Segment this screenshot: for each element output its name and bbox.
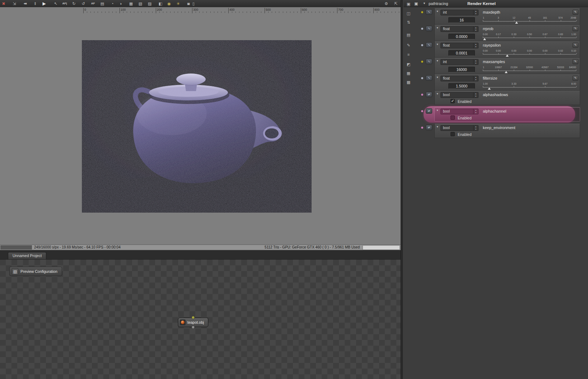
param-icon-button[interactable]: ∿ [426,26,432,31]
copy-image-icon[interactable]: ◫ [405,10,412,16]
param-icon-button[interactable]: ⇄ [426,125,432,130]
autofocus-lock-icon[interactable]: AF [91,0,95,7]
param-type-select[interactable]: float ▲▼ [440,43,479,48]
param-icon-button[interactable]: ⇄ [426,92,432,97]
param-slider[interactable]: 1.00 3.33 5.67 8.00 [483,82,576,90]
stop-render-icon[interactable]: ✖ [2,0,5,7]
orbit-camera-icon[interactable]: ◔ [111,0,114,7]
param-row-filtersize[interactable]: ∿ ▼ float ▲▼ filtersize ✎ 1.5000 1.00 3.… [419,74,582,91]
collapse-toggle-icon[interactable]: ▼ [436,43,439,46]
markers-icon[interactable]: ✳ [176,0,179,7]
slider-marker[interactable] [505,71,508,73]
param-type-spinner[interactable]: ▲▼ [473,76,478,81]
lock-resolution-icon[interactable]: ◙ [187,0,190,7]
reset-view-icon[interactable]: ⇲ [13,0,16,7]
curve-editor-button[interactable]: ✎ [573,10,578,15]
copy-frame-icon[interactable]: ▯ [192,0,195,7]
subsample-icon[interactable]: ◉ [167,0,171,7]
tab-unnamed-project[interactable]: Unnamed Project [8,252,46,259]
checker-alpha-icon[interactable]: ▦ [129,0,133,7]
param-checkbox[interactable] [451,132,455,136]
refresh-render-icon[interactable]: ↻ [72,0,75,7]
param-type-spinner[interactable]: ▲▼ [473,125,478,131]
curve-editor-button[interactable]: ✎ [573,76,578,81]
slider-marker[interactable] [515,22,518,24]
param-type-select[interactable]: bool ▲▼ [440,125,479,131]
node-output-port[interactable] [192,326,195,329]
param-value-input[interactable]: 1.5000 [448,83,475,89]
inspector-target-icon[interactable]: ▣ [414,0,418,7]
param-icon-button[interactable]: ∿ [426,59,432,64]
render-passes-icon[interactable]: ▤ [405,32,412,38]
param-type-spinner[interactable]: ▲▼ [473,43,478,48]
preview-configuration-button[interactable]: ▧ Preview Configuration [9,267,62,276]
param-checkbox[interactable]: ✓ [451,99,455,103]
param-value-input[interactable]: 0.0000 [448,34,475,39]
node-input-port[interactable] [192,316,195,319]
param-row-alphashadows[interactable]: ⇄ ▼ bool ▲▼ alphashadows ✓ Enabled [419,91,582,105]
param-icon-button[interactable]: ⇄ [426,108,432,114]
collapse-toggle-icon[interactable]: ▼ [436,60,439,62]
curve-editor-button[interactable]: ✎ [573,43,578,48]
fullscreen-icon[interactable]: ⇱ [394,0,397,7]
param-slider[interactable]: 1 3 12 45 161 574 2048 [483,16,576,24]
curve-editor-button[interactable]: ✎ [573,59,578,64]
render-preview-image[interactable] [82,40,312,213]
slider-marker[interactable] [506,55,509,57]
param-icon-button[interactable]: ∿ [426,42,432,48]
param-row-maxsamples[interactable]: ∿ ▼ int ▲▼ maxsamples ✎ 16000 1 10667 21… [419,58,582,74]
alpha-background-icon[interactable]: ▩ [405,79,412,85]
param-slider[interactable]: 0.00 0.17 0.33 0.50 0.67 0.83 1.00 [483,33,576,41]
param-value-input[interactable]: 16000 [448,67,475,72]
node-teapot-obj[interactable]: teapot.obj [178,318,208,327]
collapse-toggle-icon[interactable]: ▼ [436,109,439,112]
param-type-select[interactable]: int ▲▼ [440,10,479,15]
param-icon-button[interactable]: ∿ [426,9,432,15]
collapse-toggle-icon[interactable]: ▼ [436,27,439,29]
autofocus-icon[interactable]: AF| [62,0,67,7]
param-type-spinner[interactable]: ▲▼ [473,27,478,32]
param-type-spinner[interactable]: ▲▼ [473,93,478,98]
collapse-toggle-icon[interactable]: ▼ [436,10,439,13]
param-type-spinner[interactable]: ▲▼ [473,60,478,65]
collapse-toggle-icon[interactable]: ▼ [436,125,439,128]
print-icon[interactable]: ▤ [101,0,104,7]
settings-icon[interactable]: ⚙ [384,0,388,7]
image-view-icon[interactable]: ▦ [405,70,412,76]
param-row-rrprob[interactable]: ∿ ▼ float ▲▼ rrprob ✎ 0.0000 0.00 0.17 0… [419,25,582,41]
param-type-select[interactable]: float ▲▼ [440,76,479,81]
camera-edit-icon[interactable]: ✎ [405,42,412,48]
param-row-rayepsilon[interactable]: ∿ ▼ float ▲▼ rayepsilon ✎ 0.0001 0.00 0.… [419,41,582,58]
pick-material-icon[interactable]: ↖ [54,0,57,7]
param-type-select[interactable]: bool ▲▼ [440,109,479,114]
param-checkbox[interactable] [451,115,455,120]
param-row-maxdepth[interactable]: ∿ ▼ int ▲▼ maxdepth ✎ 16 1 3 12 45 161 5… [419,8,582,25]
param-slider[interactable]: 1 10667 21334 32000 42667 53333 64000 [483,66,576,74]
panel-splitter[interactable] [401,0,403,379]
turntable-icon[interactable]: ◑ [120,0,122,7]
param-value-input[interactable]: 16 [448,17,475,23]
save-image-icon[interactable]: ◩ [405,61,412,67]
node-graph-canvas[interactable]: ▧ Preview Configuration teapot.obj [0,260,401,379]
param-type-spinner[interactable]: ▲▼ [473,109,478,114]
checker-grid-icon[interactable]: ▨ [148,0,151,7]
param-type-spinner[interactable]: ▲▼ [473,10,478,15]
param-type-select[interactable]: bool ▲▼ [440,92,479,98]
param-type-select[interactable]: int ▲▼ [440,59,479,65]
param-row-keep-environment[interactable]: ⇄ ▼ bool ▲▼ keep_environment Enabled [419,124,582,138]
curve-editor-button[interactable]: ✎ [573,26,578,31]
param-type-select[interactable]: float ▲▼ [440,26,479,32]
play-render-icon[interactable]: ▶ [42,0,46,7]
render-target-icon[interactable]: ▣ [405,1,412,7]
slider-marker[interactable] [488,87,491,90]
param-icon-button[interactable]: ∿ [426,75,432,81]
param-slider[interactable]: 0.00 0.00 0.00 0.00 0.00 0.02 0.10 [483,49,576,57]
collapse-toggle-icon[interactable]: ▼ [436,93,439,95]
inspector-collapse-icon[interactable]: ▼ [423,0,426,7]
pause-render-icon[interactable]: ‖ [34,0,36,7]
inspected-node-name[interactable]: pathtracing [429,0,448,7]
collapse-toggle-icon[interactable]: ▼ [436,76,439,79]
param-value-input[interactable]: 0.0001 [448,50,475,56]
param-row-alphachannel[interactable]: ⇄ ▼ bool ▲▼ alphachannel Enabled [419,107,582,122]
restart-render-icon[interactable]: ◀◀ [24,0,26,7]
